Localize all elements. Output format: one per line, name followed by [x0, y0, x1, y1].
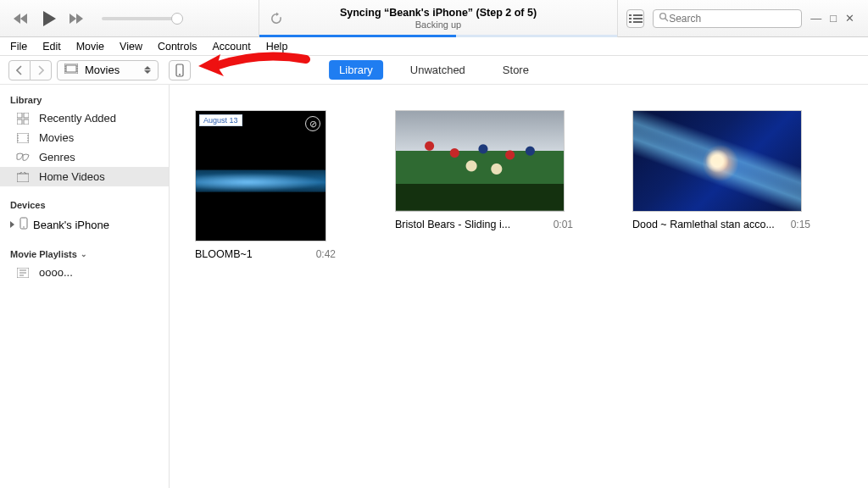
sidebar-header-playlists[interactable]: Movie Playlists ⌄	[0, 244, 169, 263]
view-tabs: Library Unwatched Store	[329, 60, 539, 80]
video-card[interactable]: Bristol Bears - Sliding i... 0:01	[395, 110, 573, 230]
video-card[interactable]: August 13 ⊘ BLOOMB~1 0:42	[195, 110, 336, 260]
close-button[interactable]: ✕	[845, 12, 854, 25]
video-title: Dood ~ Ramlethal stan acco...	[632, 219, 775, 230]
video-duration: 0:42	[316, 248, 336, 260]
video-duration: 0:01	[554, 219, 573, 230]
svg-rect-9	[24, 119, 29, 125]
film-icon	[64, 64, 78, 76]
menu-view[interactable]: View	[120, 41, 142, 53]
volume-slider[interactable]	[102, 17, 178, 20]
right-tools: — □ ✕	[618, 9, 868, 28]
svg-rect-7	[24, 113, 29, 118]
chevron-down-icon: ⌄	[81, 250, 87, 258]
home-video-icon	[15, 172, 31, 182]
svg-rect-10	[17, 133, 29, 143]
svg-line-1	[665, 19, 668, 21]
svg-rect-11	[17, 174, 29, 182]
sidebar: Library Recently Added Movies Genres Hom…	[0, 85, 170, 488]
menu-edit[interactable]: Edit	[42, 41, 61, 53]
sync-icon	[268, 10, 285, 27]
svg-point-13	[23, 226, 25, 228]
video-thumbnail[interactable]	[395, 110, 565, 212]
maximize-button[interactable]: □	[830, 12, 837, 25]
sidebar-header-library: Library	[0, 90, 169, 108]
device-label: Beank's iPhone	[33, 219, 109, 231]
menu-file[interactable]: File	[10, 41, 27, 53]
masks-icon	[15, 152, 31, 163]
grid-icon	[15, 113, 31, 125]
sidebar-item-label: Recently Added	[39, 112, 116, 125]
svg-point-0	[660, 14, 666, 19]
back-button[interactable]	[8, 60, 31, 80]
svg-rect-3	[66, 65, 76, 72]
phone-icon	[19, 217, 28, 232]
sync-progress	[259, 35, 617, 37]
sidebar-item-genres[interactable]: Genres	[0, 147, 169, 167]
svg-rect-8	[17, 119, 22, 125]
prev-button[interactable]	[12, 12, 31, 25]
unwatched-icon: ⊘	[305, 116, 320, 131]
media-type-select[interactable]: Movies	[57, 60, 159, 80]
forward-button[interactable]	[30, 60, 52, 80]
film-icon	[15, 133, 31, 143]
sidebar-device-item[interactable]: Beank's iPhone	[0, 214, 169, 236]
minimize-button[interactable]: —	[810, 12, 821, 25]
lcd-title: Syncing “Beank's iPhone” (Step 2 of 5)	[340, 7, 537, 19]
sidebar-item-home-videos[interactable]: Home Videos	[0, 167, 169, 186]
svg-rect-6	[17, 113, 22, 118]
lcd-subtitle: Backing up	[415, 19, 461, 30]
playlist-label: oooo...	[39, 266, 73, 279]
menu-help[interactable]: Help	[266, 41, 288, 53]
menu-account[interactable]: Account	[212, 41, 250, 53]
sidebar-item-label: Movies	[39, 131, 74, 144]
sidebar-header-devices: Devices	[0, 195, 169, 214]
search-icon	[659, 12, 669, 25]
svg-point-5	[179, 74, 181, 75]
play-button[interactable]	[41, 9, 58, 28]
video-duration: 0:15	[791, 219, 810, 230]
status-lcd: Syncing “Beank's iPhone” (Step 2 of 5) B…	[259, 0, 618, 37]
window-controls: — □ ✕	[810, 12, 860, 25]
sidebar-playlist-item[interactable]: oooo...	[0, 263, 169, 282]
player-bar: Syncing “Beank's iPhone” (Step 2 of 5) B…	[0, 0, 868, 37]
main-area: Library Recently Added Movies Genres Hom…	[0, 85, 868, 488]
sidebar-item-recently-added[interactable]: Recently Added	[0, 108, 169, 128]
tab-unwatched[interactable]: Unwatched	[400, 60, 476, 80]
video-title: Bristol Bears - Sliding i...	[395, 219, 510, 230]
next-button[interactable]	[68, 12, 86, 25]
media-type-label: Movies	[85, 64, 120, 76]
tab-store[interactable]: Store	[492, 60, 539, 80]
search-input[interactable]	[669, 13, 796, 25]
video-thumbnail[interactable]	[632, 110, 802, 212]
menu-bar: File Edit Movie View Controls Account He…	[0, 37, 868, 56]
tab-library[interactable]: Library	[329, 60, 383, 80]
sidebar-item-movies[interactable]: Movies	[0, 128, 169, 147]
menu-movie[interactable]: Movie	[76, 41, 104, 53]
video-title: BLOOMB~1	[195, 248, 253, 260]
disclosure-triangle-icon[interactable]	[10, 221, 14, 228]
playback-controls	[0, 9, 259, 28]
chevron-updown-icon	[144, 66, 151, 74]
video-thumbnail[interactable]: August 13 ⊘	[195, 110, 326, 241]
playlist-icon	[15, 268, 31, 278]
video-card[interactable]: Dood ~ Ramlethal stan acco... 0:15	[632, 110, 810, 230]
device-button[interactable]	[169, 60, 191, 80]
toolbar: Movies Library Unwatched Store	[0, 56, 868, 85]
menu-controls[interactable]: Controls	[158, 41, 198, 53]
search-field[interactable]	[653, 9, 802, 28]
list-view-button[interactable]	[626, 9, 644, 28]
content-grid: August 13 ⊘ BLOOMB~1 0:42 Bristol Bears …	[170, 85, 868, 488]
volume-knob[interactable]	[171, 13, 183, 25]
sidebar-item-label: Genres	[39, 151, 75, 164]
date-badge: August 13	[199, 114, 242, 126]
sidebar-item-label: Home Videos	[39, 170, 105, 183]
